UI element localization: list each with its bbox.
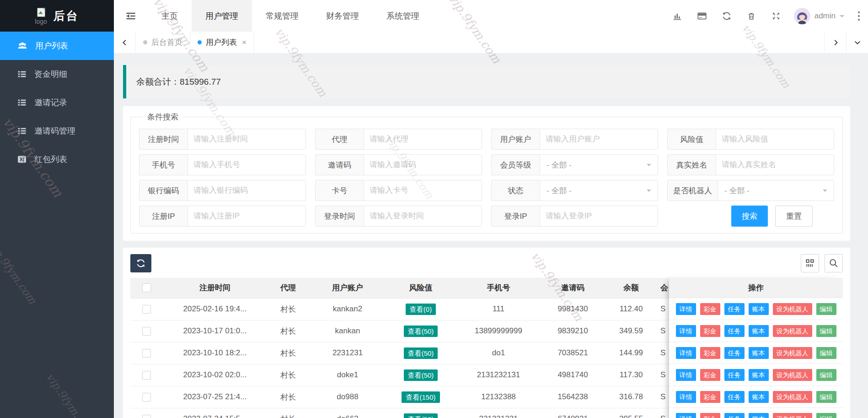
tab-0[interactable]: 后台首页 bbox=[136, 32, 190, 53]
risk-view-badge[interactable]: 查看(0) bbox=[406, 304, 436, 315]
op-button-2[interactable]: 任务 bbox=[724, 303, 745, 315]
op-button-4[interactable]: 设为机器人 bbox=[773, 347, 812, 359]
search-input-2-1[interactable] bbox=[364, 180, 482, 201]
op-button-1[interactable]: 彩金 bbox=[700, 413, 720, 418]
sidebar-item-4[interactable]: X(红包列表 bbox=[0, 145, 114, 174]
column-header: 风险值 bbox=[386, 278, 455, 298]
op-button-1[interactable]: 彩金 bbox=[700, 325, 720, 337]
row-checkbox[interactable] bbox=[142, 393, 151, 402]
nav-item-3[interactable]: 财务管理 bbox=[312, 0, 373, 32]
op-button-2[interactable]: 任务 bbox=[724, 413, 745, 418]
sidebar-item-1[interactable]: 资金明细 bbox=[0, 60, 114, 88]
op-button-2[interactable]: 任务 bbox=[724, 325, 745, 337]
search-select-2-2[interactable]: - 全部 - bbox=[540, 180, 658, 201]
op-button-3[interactable]: 账本 bbox=[749, 303, 769, 315]
sidebar-collapse-icon[interactable] bbox=[114, 0, 148, 32]
tabs-menu-button[interactable] bbox=[846, 32, 868, 53]
search-input-3-1[interactable] bbox=[364, 206, 482, 227]
op-button-5[interactable]: 编辑 bbox=[816, 347, 836, 359]
op-button-3[interactable]: 账本 bbox=[749, 413, 769, 418]
op-button-4[interactable]: 设为机器人 bbox=[773, 413, 812, 418]
bar-chart-icon[interactable] bbox=[665, 0, 690, 32]
risk-view-badge[interactable]: 查看(50) bbox=[404, 413, 438, 418]
tabs-scroll-left-button[interactable] bbox=[114, 32, 136, 53]
table-search-button[interactable] bbox=[825, 254, 843, 272]
op-button-1[interactable]: 彩金 bbox=[700, 347, 720, 359]
nav-item-0[interactable]: 主页 bbox=[148, 0, 192, 32]
user-menu[interactable]: admin bbox=[788, 8, 850, 24]
select-cell bbox=[130, 364, 162, 386]
column-header: 手机号 bbox=[455, 278, 542, 298]
risk-view-badge[interactable]: 查看(50) bbox=[404, 369, 438, 381]
op-button-3[interactable]: 账本 bbox=[749, 369, 769, 381]
row-checkbox[interactable] bbox=[142, 305, 151, 314]
sidebar-item-label: 邀请码管理 bbox=[34, 125, 75, 136]
sidebar-item-0[interactable]: 用户列表 bbox=[0, 32, 114, 60]
op-button-1[interactable]: 彩金 bbox=[700, 391, 720, 403]
select-all-checkbox[interactable] bbox=[142, 283, 151, 292]
search-input-1-1[interactable] bbox=[364, 154, 482, 175]
search-input-0-3[interactable] bbox=[716, 129, 834, 150]
op-button-3[interactable]: 账本 bbox=[749, 347, 769, 359]
risk-view-badge[interactable]: 查看(50) bbox=[404, 347, 438, 359]
search-button[interactable]: 搜索 bbox=[731, 206, 768, 227]
row-checkbox[interactable] bbox=[142, 327, 151, 336]
op-button-1[interactable]: 彩金 bbox=[700, 369, 720, 381]
search-input-1-3[interactable] bbox=[716, 154, 834, 175]
sidebar-item-2[interactable]: 邀请记录 bbox=[0, 88, 114, 117]
fullscreen-icon[interactable] bbox=[764, 0, 788, 32]
op-button-0[interactable]: 详情 bbox=[676, 391, 696, 403]
search-input-3-2[interactable] bbox=[540, 206, 658, 227]
op-button-4[interactable]: 设为机器人 bbox=[773, 391, 812, 403]
search-input-1-0[interactable] bbox=[188, 154, 306, 175]
op-button-4[interactable]: 设为机器人 bbox=[773, 325, 812, 337]
reset-button[interactable]: 重置 bbox=[775, 206, 813, 227]
tab-close-icon[interactable]: × bbox=[242, 38, 246, 47]
row-checkbox[interactable] bbox=[142, 415, 151, 418]
search-input-2-0[interactable] bbox=[188, 180, 306, 201]
nav-item-2[interactable]: 常规管理 bbox=[252, 0, 312, 32]
tab-dot-icon bbox=[198, 40, 202, 44]
op-button-1[interactable]: 彩金 bbox=[700, 303, 720, 315]
risk-view-badge[interactable]: 查看(50) bbox=[404, 326, 438, 337]
op-button-5[interactable]: 编辑 bbox=[816, 325, 836, 337]
op-button-2[interactable]: 任务 bbox=[724, 391, 745, 403]
table-cell: 2023-10-02 02:0... bbox=[162, 364, 268, 386]
payment-card-icon[interactable] bbox=[690, 0, 714, 32]
refresh-table-button[interactable] bbox=[130, 254, 151, 272]
sidebar-item-3[interactable]: 邀请码管理 bbox=[0, 117, 114, 145]
op-button-5[interactable]: 编辑 bbox=[816, 369, 836, 381]
table-cell: kankan2 bbox=[309, 298, 386, 320]
risk-view-badge[interactable]: 查看(150) bbox=[402, 391, 439, 403]
op-button-0[interactable]: 详情 bbox=[676, 413, 696, 418]
op-button-5[interactable]: 编辑 bbox=[816, 303, 836, 315]
nav-item-1[interactable]: 用户管理 bbox=[192, 0, 252, 32]
row-checkbox[interactable] bbox=[142, 349, 151, 358]
op-button-3[interactable]: 账本 bbox=[749, 325, 769, 337]
trash-icon[interactable] bbox=[739, 0, 764, 32]
op-button-2[interactable]: 任务 bbox=[724, 369, 745, 381]
tab-1[interactable]: 用户列表× bbox=[190, 32, 254, 53]
more-menu-icon[interactable] bbox=[850, 0, 868, 32]
op-button-3[interactable]: 账本 bbox=[749, 391, 769, 403]
search-input-0-1[interactable] bbox=[364, 129, 482, 150]
row-checkbox[interactable] bbox=[142, 371, 151, 380]
op-button-2[interactable]: 任务 bbox=[724, 347, 745, 359]
op-button-4[interactable]: 设为机器人 bbox=[773, 369, 812, 381]
search-select-2-3[interactable]: - 全部 - bbox=[718, 180, 834, 201]
search-select-1-2[interactable]: - 全部 - bbox=[540, 154, 658, 175]
op-button-0[interactable]: 详情 bbox=[676, 369, 696, 381]
columns-filter-button[interactable] bbox=[801, 254, 819, 272]
search-input-3-0[interactable] bbox=[188, 206, 306, 227]
op-button-0[interactable]: 详情 bbox=[676, 325, 696, 337]
op-button-0[interactable]: 详情 bbox=[676, 303, 696, 315]
op-button-0[interactable]: 详情 bbox=[676, 347, 696, 359]
tabs-scroll-right-button[interactable] bbox=[824, 32, 846, 53]
search-input-0-0[interactable] bbox=[188, 129, 306, 150]
op-button-4[interactable]: 设为机器人 bbox=[773, 303, 812, 315]
nav-item-4[interactable]: 系统管理 bbox=[373, 0, 433, 32]
refresh-icon[interactable] bbox=[714, 0, 739, 32]
search-input-0-2[interactable] bbox=[540, 129, 658, 150]
op-button-5[interactable]: 编辑 bbox=[816, 391, 836, 403]
op-button-5[interactable]: 编辑 bbox=[816, 413, 836, 418]
